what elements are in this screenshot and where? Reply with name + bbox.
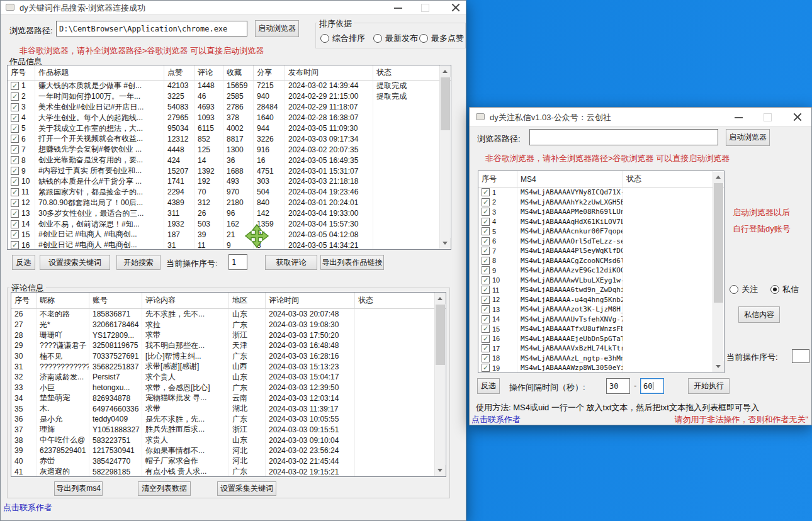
scroll-up-icon[interactable]	[440, 66, 451, 77]
table-row[interactable]: ✓4MS4wLjABAAAAqHdX61KiLOV7LE...	[478, 217, 724, 227]
table-row[interactable]: ✓3MS4wLjABAAAAPMe08Rh69lLUnd...	[478, 207, 724, 217]
row-checkbox[interactable]: ✓	[11, 145, 19, 154]
interval-from-input[interactable]: 30	[606, 378, 630, 394]
start-execute-button[interactable]: 开始执行	[688, 378, 730, 394]
row-checkbox[interactable]: ✓	[482, 208, 490, 216]
export-work-links-button[interactable]: 导出列表作品链接	[320, 255, 384, 270]
table-row[interactable]: 28珊珊吖YS172809...求带浙江2024-03-03 17:50:20	[11, 330, 446, 340]
row-checkbox[interactable]: ✓	[482, 286, 490, 294]
launch-browser-button[interactable]: 启动浏览器	[726, 129, 770, 146]
close-button[interactable]	[788, 111, 807, 123]
row-checkbox[interactable]: ✓	[482, 305, 490, 313]
set-collect-keywords-button[interactable]: 设置采集关键词	[217, 481, 276, 496]
invert-selection-button[interactable]: 反选	[477, 378, 500, 394]
table-row[interactable]: 39623785294011217530941你如果事情都不...河北2024-…	[11, 445, 446, 456]
table-row[interactable]: ✓19MS4wLjABAAAAWzp8WL3050eYir...	[478, 363, 724, 373]
minimize-button[interactable]	[389, 2, 408, 13]
get-comments-button[interactable]: 获取评论	[265, 255, 317, 270]
column-header[interactable]: 收藏	[223, 65, 254, 80]
row-checkbox[interactable]: ✓	[482, 364, 490, 372]
table-row[interactable]: ✓14MS4wLjABAAAAUvTsfehXNVg-7Z...	[478, 315, 724, 325]
row-checkbox[interactable]: ✓	[11, 230, 19, 238]
ms4-scrollbar[interactable]	[713, 172, 723, 372]
row-checkbox[interactable]: ✓	[482, 227, 490, 235]
row-checkbox[interactable]: ✓	[11, 220, 19, 228]
invert-selection-button[interactable]: 反选	[12, 255, 35, 270]
maximize-button[interactable]	[758, 111, 777, 123]
table-row[interactable]: ✓5关于我成立工作室的想法，大...95034611540029442024-0…	[8, 123, 451, 134]
row-checkbox[interactable]: ✓	[482, 266, 490, 274]
mode-follow-radio[interactable]: 关注	[730, 284, 758, 295]
column-header[interactable]: 评论时间	[266, 293, 355, 308]
column-header[interactable]: 发布时间	[285, 65, 373, 80]
scroll-up-icon[interactable]	[435, 293, 446, 304]
table-row[interactable]: 40赤峃385424770帽子厂家求合作河北2024-03-02 21:45:4…	[11, 456, 446, 467]
scroll-down-icon[interactable]	[713, 361, 724, 372]
table-row[interactable]: ✓4大学生创业。每个人的起跑线...27965109337816402024-0…	[8, 113, 451, 123]
row-checkbox[interactable]: ✓	[11, 188, 19, 196]
table-row[interactable]: ✓1270.80.90都套路出局了！00后...4389312218084020…	[8, 198, 451, 208]
works-table-header[interactable]: 序号作品标题点赞评论收藏分享发布时间状态	[8, 65, 451, 81]
scroll-down-icon[interactable]	[435, 465, 446, 476]
table-row[interactable]: ✓15#创业日记 #电商人 #电商创...1873921242024-03-05…	[8, 229, 451, 240]
comments-scrollbar[interactable]	[434, 293, 445, 476]
scroll-up-icon[interactable]	[713, 172, 724, 182]
row-checkbox[interactable]: ✓	[11, 241, 19, 249]
mode-dm-radio[interactable]: 私信	[770, 284, 799, 295]
set-search-keywords-button[interactable]: 设置搜索关键词	[40, 255, 110, 270]
radio-selected-icon[interactable]	[770, 285, 779, 294]
row-checkbox[interactable]: ✓	[11, 92, 19, 101]
column-header[interactable]: MS4	[517, 171, 623, 187]
radio-icon[interactable]	[730, 285, 738, 294]
table-row[interactable]: 27光*32066178464求拉广东2024-03-03 19:08:30	[11, 320, 446, 330]
table-row[interactable]: ✓2MS4wLjABAAAAhYk2zUwLXGH5BV...	[478, 198, 724, 208]
row-checkbox[interactable]: ✓	[482, 344, 490, 352]
table-row[interactable]: ✓15MS4wLjABAAAATfxU8ufWnzsFbe...	[478, 324, 724, 334]
interval-to-input[interactable]: 60	[640, 378, 664, 394]
row-checkbox[interactable]: ✓	[11, 177, 19, 186]
table-row[interactable]: ✓7MS4wLjABAAAA4Pl5eyWqKlfDQM...	[478, 246, 724, 256]
sort-option-most-liked[interactable]: 最多点赞	[419, 33, 464, 44]
column-header[interactable]: 评论内容	[142, 293, 229, 308]
row-checkbox[interactable]: ✓	[11, 114, 19, 122]
table-row[interactable]: 33小巨hetongxu...求带，会感恩[比心]广东2024-03-03 12…	[11, 383, 446, 393]
table-row[interactable]: 38中午吃什么@583223751求贵人山东2024-03-03 09:10:0…	[11, 435, 446, 445]
table-row[interactable]: ✓10MS4wLjABAAAAwVLbuLXEyg1w-x...	[478, 276, 724, 286]
table-row[interactable]: ✓2一年时间如何挣100万。一年...32254625859402024-02-…	[8, 91, 451, 102]
row-checkbox[interactable]: ✓	[11, 199, 19, 207]
table-row[interactable]: 41灰遛遛的582298185有点小钱 贵人求...广东2024-03-02 1…	[11, 466, 446, 477]
row-checkbox[interactable]: ✓	[11, 125, 19, 133]
table-row[interactable]: 30楠不见70337527691[比心]帮博主纠...广东2024-03-03 …	[11, 351, 446, 362]
scroll-thumb[interactable]	[714, 183, 723, 303]
table-row[interactable]: ✓6打开一个开关视频就会有收益...12312852881732262024-0…	[8, 133, 451, 144]
table-row[interactable]: 37理旆Y1051888327胜兵先胜而后求...浙江2024-03-03 09…	[11, 425, 446, 435]
scroll-down-icon[interactable]	[440, 238, 451, 249]
clear-list-button[interactable]: 清空列表数据	[138, 481, 191, 496]
table-row[interactable]: ✓14创业不易，创前请深思！#知...193250316213592024-03…	[8, 219, 451, 230]
dm-content-button[interactable]: 私信内容	[738, 306, 780, 323]
table-row[interactable]: ✓16MS4wLjABAAAAEjeUbDn5pGTaTX...	[478, 334, 724, 344]
table-row[interactable]: ✓16#创业日记 #电商人 #电商创...3111932024-03-05 14…	[8, 240, 451, 250]
browser-path-input[interactable]	[529, 129, 718, 145]
table-row[interactable]: ✓11紧跟国家方针，都是捡金子的...2294709705042024-03-0…	[8, 187, 451, 198]
table-row[interactable]: 31????????????35682251837求带[感谢][感谢]山西202…	[11, 361, 446, 372]
table-row[interactable]: ✓13MS4wLjABAAAAzot3K-LjzM8H_P...	[478, 305, 724, 315]
contact-author-link[interactable]: 点击联系作者	[471, 414, 521, 425]
sort-option-composite[interactable]: 综合排序	[320, 33, 365, 44]
table-row[interactable]: ✓9MS4wLjABAAAAzvE9Gc12diKOOx...	[478, 266, 724, 276]
row-checkbox[interactable]: ✓	[482, 198, 490, 206]
radio-icon[interactable]	[320, 34, 329, 43]
scroll-thumb[interactable]	[436, 305, 445, 365]
column-header[interactable]: 分享	[254, 65, 285, 80]
row-checkbox[interactable]: ✓	[482, 218, 490, 226]
row-checkbox[interactable]: ✓	[482, 188, 490, 196]
row-checkbox[interactable]: ✓	[482, 247, 490, 255]
current-index-input[interactable]: 1	[228, 254, 247, 270]
table-row[interactable]: ✓9#内容过于真实 所有要创业和...152071392168847512024…	[8, 165, 451, 176]
table-row[interactable]: 34垫垫萌宠826934878宠物猫咪批发 寻...云南2024-03-03 1…	[11, 393, 446, 404]
column-header[interactable]: 状态	[623, 171, 713, 187]
table-row[interactable]: ✓18MS4wLjABAAAAzL_ngtp-e3hMm4...	[478, 354, 724, 364]
table-row[interactable]: ✓8MS4wLjABAAAACgZcooNCMsd6lm...	[478, 256, 724, 266]
column-header[interactable]: 序号	[478, 171, 517, 187]
table-row[interactable]: ✓1MS4wLjABAAAAVYNy8ICQd71X-n...	[478, 188, 724, 198]
